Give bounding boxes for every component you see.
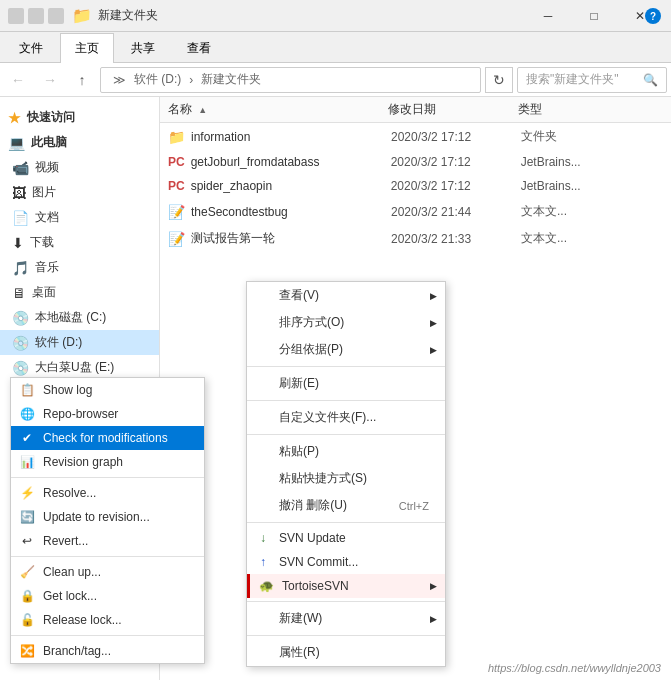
ctx-paste[interactable]: 粘贴(P)	[247, 438, 445, 465]
file-date-secondtest: 2020/3/2 21:44	[391, 205, 521, 219]
ctx-repo-browser[interactable]: 🌐 Repo-browser	[11, 402, 204, 426]
ctx-svn-commit[interactable]: ↑ SVN Commit...	[247, 550, 445, 574]
sidebar-label-drive-d: 软件 (D:)	[35, 334, 82, 351]
file-row-information[interactable]: 📁 information 2020/3/2 17:12 文件夹	[160, 123, 671, 150]
tortoise-icon: 🐢	[258, 578, 274, 594]
ctx-paste-shortcut[interactable]: 粘贴快捷方式(S)	[247, 465, 445, 492]
search-box[interactable]: 搜索"新建文件夹" 🔍	[517, 67, 667, 93]
file-type-getjoburl: JetBrains...	[521, 155, 663, 169]
svn-commit-icon: ↑	[255, 554, 271, 570]
path-part2[interactable]: 新建文件夹	[201, 71, 261, 88]
up-button[interactable]: ↑	[68, 66, 96, 94]
col-header-name[interactable]: 名称 ▲	[168, 101, 388, 118]
sidebar-item-video[interactable]: 📹 视频	[0, 155, 159, 180]
ctx-rsep-5	[247, 601, 445, 602]
sidebar-item-drive-c[interactable]: 💿 本地磁盘 (C:)	[0, 305, 159, 330]
watermark: https://blog.csdn.net/wwylldnje2003	[488, 662, 661, 674]
ctx-branch-tag[interactable]: 🔀 Branch/tag...	[11, 639, 204, 663]
sidebar-item-desktop[interactable]: 🖥 桌面	[0, 280, 159, 305]
ctx-sep-3	[11, 635, 204, 636]
ctx-rsep-6	[247, 635, 445, 636]
help-dot[interactable]: ?	[645, 8, 661, 24]
ctx-check-modifications[interactable]: ✔ Check for modifications	[11, 426, 204, 450]
sidebar-item-downloads[interactable]: ⬇ 下载	[0, 230, 159, 255]
ctx-release-lock[interactable]: 🔓 Release lock...	[11, 608, 204, 632]
ctx-group-by[interactable]: 分组依据(P)	[247, 336, 445, 363]
folder-icon-information: 📁	[168, 129, 185, 145]
ctx-rsep-3	[247, 434, 445, 435]
get-lock-icon: 🔒	[19, 588, 35, 604]
title-bar-system-icons	[8, 8, 64, 24]
sidebar-label-downloads: 下载	[30, 234, 54, 251]
file-type-report: 文本文...	[521, 230, 663, 247]
sidebar-label-desktop: 桌面	[32, 284, 56, 301]
ctx-show-log[interactable]: 📋 Show log	[11, 378, 204, 402]
tab-file[interactable]: 文件	[4, 33, 58, 63]
file-row-getjoburl[interactable]: PC getJoburl_fromdatabass 2020/3/2 17:12…	[160, 150, 671, 174]
sidebar-item-music[interactable]: 🎵 音乐	[0, 255, 159, 280]
ctx-customize-folder[interactable]: 自定义文件夹(F)...	[247, 404, 445, 431]
back-button[interactable]: ←	[4, 66, 32, 94]
ctx-sort-by[interactable]: 排序方式(O)	[247, 309, 445, 336]
window-title: 新建文件夹	[98, 7, 525, 24]
tab-view[interactable]: 查看	[172, 33, 226, 63]
title-icon3	[48, 8, 64, 24]
ribbon-tabs: 文件 主页 共享 查看	[0, 32, 671, 62]
file-name-information: information	[191, 130, 391, 144]
ctx-resolve[interactable]: ⚡ Resolve...	[11, 481, 204, 505]
forward-button[interactable]: →	[36, 66, 64, 94]
ctx-revision-graph[interactable]: 📊 Revision graph	[11, 450, 204, 474]
star-icon: ★	[8, 110, 21, 126]
tab-home[interactable]: 主页	[60, 33, 114, 63]
ctx-update-revision[interactable]: 🔄 Update to revision...	[11, 505, 204, 529]
ctx-tortoise-svn[interactable]: 🐢 TortoiseSVN	[247, 574, 445, 598]
file-name-report: 测试报告第一轮	[191, 230, 391, 247]
sort-arrow: ▲	[198, 105, 207, 115]
sidebar-this-pc[interactable]: 💻 此电脑	[0, 130, 159, 155]
tab-share[interactable]: 共享	[116, 33, 170, 63]
maximize-button[interactable]: □	[571, 0, 617, 32]
refresh-button[interactable]: ↻	[485, 67, 513, 93]
file-row-spider[interactable]: PC spider_zhaopin 2020/3/2 17:12 JetBrai…	[160, 174, 671, 198]
documents-icon: 📄	[12, 210, 29, 226]
sidebar-label-music: 音乐	[35, 259, 59, 276]
path-separator1: ≫	[113, 73, 126, 87]
ctx-refresh[interactable]: 刷新(E)	[247, 370, 445, 397]
ctx-rsep-1	[247, 366, 445, 367]
sidebar-item-pictures[interactable]: 🖼 图片	[0, 180, 159, 205]
ctx-revert[interactable]: ↩ Revert...	[11, 529, 204, 553]
ctx-new[interactable]: 新建(W)	[247, 605, 445, 632]
minimize-button[interactable]: ─	[525, 0, 571, 32]
revision-graph-icon: 📊	[19, 454, 35, 470]
sidebar-item-drive-d[interactable]: 💿 软件 (D:)	[0, 330, 159, 355]
sidebar-quick-access[interactable]: ★ 快速访问	[0, 105, 159, 130]
file-date-spider: 2020/3/2 17:12	[391, 179, 521, 193]
title-bar: 📁 新建文件夹 ? ─ □ ✕	[0, 0, 671, 32]
sidebar-item-documents[interactable]: 📄 文档	[0, 205, 159, 230]
search-icon: 🔍	[643, 73, 658, 87]
ctx-svn-update[interactable]: ↓ SVN Update	[247, 526, 445, 550]
computer-icon: 💻	[8, 135, 25, 151]
ctx-view[interactable]: 查看(V)	[247, 282, 445, 309]
col-header-type[interactable]: 类型	[518, 101, 663, 118]
video-icon: 📹	[12, 160, 29, 176]
ctx-get-lock[interactable]: 🔒 Get lock...	[11, 584, 204, 608]
ctx-undo-delete[interactable]: 撤消 删除(U) Ctrl+Z	[247, 492, 445, 519]
search-placeholder: 搜索"新建文件夹"	[526, 71, 619, 88]
ctx-clean-up[interactable]: 🧹 Clean up...	[11, 560, 204, 584]
ctx-properties[interactable]: 属性(R)	[247, 639, 445, 666]
file-row-report[interactable]: 📝 测试报告第一轮 2020/3/2 21:33 文本文...	[160, 225, 671, 252]
address-path[interactable]: ≫ 软件 (D:) › 新建文件夹	[100, 67, 481, 93]
music-icon: 🎵	[12, 260, 29, 276]
file-row-secondtest[interactable]: 📝 theSecondtestbug 2020/3/2 21:44 文本文...	[160, 198, 671, 225]
quick-access-label: 快速访问	[27, 109, 75, 126]
svn-update-icon: ↓	[255, 530, 271, 546]
main-area: ★ 快速访问 💻 此电脑 📹 视频 🖼 图片 📄 文档 ⬇ 下载 🎵 音乐 �	[0, 97, 671, 680]
address-bar: ← → ↑ ≫ 软件 (D:) › 新建文件夹 ↻ 搜索"新建文件夹" 🔍	[0, 63, 671, 97]
path-part1[interactable]: 软件 (D:)	[134, 71, 181, 88]
downloads-icon: ⬇	[12, 235, 24, 251]
window-controls: ─ □ ✕	[525, 0, 663, 32]
sidebar-label-drive-c: 本地磁盘 (C:)	[35, 309, 106, 326]
col-header-date[interactable]: 修改日期	[388, 101, 518, 118]
txt-icon-report: 📝	[168, 231, 185, 247]
